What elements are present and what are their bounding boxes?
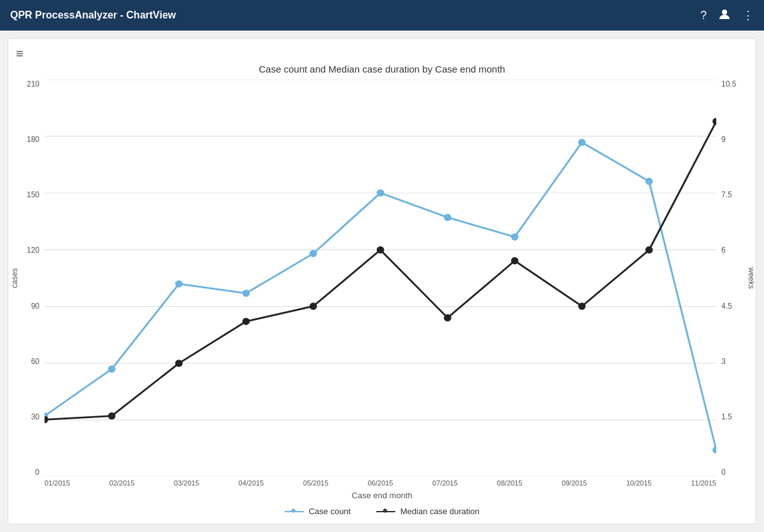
legend-median-duration: Median case duration [376,507,479,516]
chart-svg [45,80,716,477]
blue-dot-7 [511,234,519,241]
legend-line-blue [285,511,304,512]
y-tick-left-6: 30 [31,412,39,421]
y-tick-right-7: 0 [721,468,726,477]
y-tick-right-0: 10.5 [721,80,736,88]
black-dot-2 [175,360,183,367]
chart-with-axes: cases 210 180 150 120 90 60 30 0 [16,80,748,477]
y-tick-left-4: 90 [31,302,39,311]
x-tick-2: 03/2015 [174,479,199,487]
more-menu-icon[interactable]: ⋮ [742,8,754,22]
black-dot-5 [377,246,385,253]
toolbar: ≡ [16,46,748,61]
hamburger-icon[interactable]: ≡ [16,46,24,61]
blue-dot-2 [175,280,183,287]
y-tick-left-5: 60 [31,357,39,366]
black-dot-3 [243,318,250,325]
blue-dot-9 [646,178,653,185]
blue-dot-5 [377,189,385,196]
y-axis-right: weeks 10.5 9 7.5 6 4.5 3 1.5 0 [716,80,748,477]
y-tick-right-6: 1.5 [721,412,732,421]
y-tick-right-1: 9 [721,135,726,144]
y-tick-right-3: 6 [721,246,726,255]
black-dot-9 [646,246,653,253]
x-tick-5: 06/2015 [368,479,393,487]
legend-line-black [376,511,395,512]
blue-dot-1 [108,365,116,372]
y-tick-right-4: 4.5 [721,302,732,311]
y-axis-left-label: cases [10,268,19,288]
x-tick-8: 09/2015 [562,479,587,487]
user-icon[interactable] [718,8,731,24]
x-tick-1: 02/2015 [110,479,135,487]
app-title: QPR ProcessAnalyzer - ChartView [10,10,176,21]
x-tick-7: 08/2015 [497,479,523,487]
help-icon[interactable]: ? [700,9,707,22]
blue-dot-3 [243,290,250,297]
case-count-line [45,143,716,450]
chart-area: cases 210 180 150 120 90 60 30 0 [16,80,748,516]
median-duration-line [45,122,716,420]
chart-legend: Case count Median case duration [16,507,748,516]
y-tick-left-7: 0 [35,468,39,477]
y-tick-left-0: 210 [27,80,39,88]
black-dot-8 [578,303,586,310]
y-axis-right-label: weeks [747,267,756,289]
blue-dot-8 [578,139,586,146]
y-tick-right-2: 7.5 [721,190,732,199]
app-header: QPR ProcessAnalyzer - ChartView ? ⋮ [0,0,764,31]
y-tick-right-5: 3 [721,357,726,366]
legend-median-duration-label: Median case duration [400,507,479,516]
black-dot-4 [309,303,317,310]
chart-title: Case count and Median case duration by C… [16,64,748,74]
header-icons: ? ⋮ [700,8,754,24]
x-tick-6: 07/2015 [432,479,458,487]
y-axis-left: cases 210 180 150 120 90 60 30 0 [16,80,45,477]
legend-case-count-label: Case count [309,507,351,516]
y-tick-left-1: 180 [27,135,39,144]
x-tick-3: 04/2015 [239,479,264,487]
x-tick-10: 11/2015 [691,479,716,487]
y-tick-left-2: 150 [27,190,39,199]
svg-point-0 [722,10,727,15]
chart-plot [45,80,716,477]
x-tick-4: 05/2015 [303,479,329,487]
blue-dot-4 [309,250,317,257]
main-content: ≡ Case count and Median case duration by… [8,38,756,524]
black-dot-6 [444,314,451,321]
black-dot-7 [511,257,519,264]
black-dot-1 [108,412,116,419]
x-tick-0: 01/2015 [45,479,70,487]
x-tick-9: 10/2015 [626,479,652,487]
y-tick-left-3: 120 [27,246,39,255]
blue-dot-6 [444,214,451,221]
legend-case-count: Case count [285,507,351,516]
x-axis-ticks: 01/2015 02/2015 03/2015 04/2015 05/2015 … [45,479,716,487]
x-axis-label: Case end month [16,491,748,500]
